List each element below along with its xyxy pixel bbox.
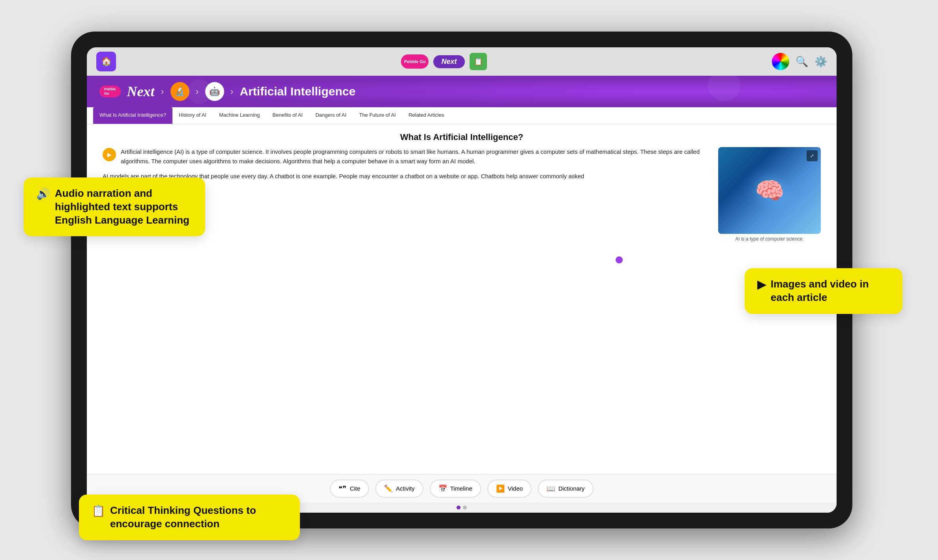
- cite-button[interactable]: ❝❞ Cite: [330, 480, 369, 498]
- tablet-icon-button[interactable]: 📋: [470, 53, 487, 70]
- timeline-button[interactable]: 📅 Timeline: [430, 480, 481, 498]
- article-title: What Is Artificial Intelligence?: [87, 124, 837, 147]
- callout-critical: 📋 Critical Thinking Questions to encoura…: [79, 495, 300, 540]
- play-row: ▶ Artificial intelligence (AI) is a type…: [103, 147, 706, 172]
- topic-icon[interactable]: 🤖: [205, 82, 224, 101]
- callout-audio: 🔊 Audio narration and highlighted text s…: [24, 177, 205, 236]
- pebblego-logo: Pebble Go: [99, 86, 121, 97]
- browser-bar: 🏠 Pebble Go Next 📋 🔍 ⚙️: [87, 47, 837, 76]
- settings-icon[interactable]: ⚙️: [814, 56, 827, 68]
- home-icon: 🏠: [101, 56, 112, 67]
- color-wheel-icon[interactable]: [772, 53, 789, 70]
- dictionary-button[interactable]: 📖 Dictionary: [538, 480, 594, 498]
- header-title: Artificial Intelligence: [240, 85, 356, 98]
- browser-right: 🔍 ⚙️: [772, 53, 827, 70]
- search-icon[interactable]: 🔍: [796, 56, 808, 68]
- dictionary-icon: 📖: [547, 484, 555, 493]
- next-badge: Next: [433, 55, 464, 68]
- tab-what-is-ai[interactable]: What Is Artificial Intelligence?: [93, 107, 172, 124]
- article-paragraph-1: Artificial intelligence (AI) is a type o…: [121, 147, 706, 166]
- activity-label: Activity: [396, 485, 415, 492]
- tablet-screen: 🏠 Pebble Go Next 📋 🔍 ⚙️: [87, 47, 837, 513]
- callout-images-text: Images and video in each article: [771, 278, 890, 304]
- expand-button[interactable]: ⤢: [807, 150, 818, 161]
- header-next: Next: [127, 83, 155, 100]
- dictionary-label: Dictionary: [558, 485, 585, 492]
- breadcrumb-sep-1: ›: [161, 86, 164, 97]
- science-icon[interactable]: 🔬: [170, 82, 189, 101]
- tab-history[interactable]: History of AI: [172, 107, 213, 124]
- critical-callout-icon: 📋: [92, 504, 105, 518]
- callout-audio-text: Audio narration and highlighted text sup…: [55, 187, 193, 227]
- image-caption: AI is a type of computer science.: [718, 236, 821, 242]
- cite-label: Cite: [350, 485, 360, 492]
- home-button[interactable]: 🏠: [96, 52, 116, 71]
- scene: 🏠 Pebble Go Next 📋 🔍 ⚙️: [0, 0, 938, 560]
- cite-icon: ❝❞: [339, 484, 346, 493]
- dot-2[interactable]: [463, 506, 467, 510]
- play-button[interactable]: ▶: [103, 148, 116, 161]
- timeline-label: Timeline: [450, 485, 472, 492]
- tablet-device: 🏠 Pebble Go Next 📋 🔍 ⚙️: [71, 32, 852, 528]
- activity-icon: ✏️: [384, 484, 393, 493]
- pebblego-small-logo: Pebble Go: [401, 54, 429, 69]
- tab-dangers[interactable]: Dangers of AI: [309, 107, 353, 124]
- tab-benefits[interactable]: Benefits of AI: [266, 107, 309, 124]
- timeline-icon: 📅: [438, 484, 447, 493]
- tabs-bar: What Is Artificial Intelligence? History…: [87, 107, 837, 124]
- breadcrumb-sep-2: ›: [196, 86, 199, 97]
- pebblego-logo-sub: Go: [104, 91, 116, 96]
- video-button[interactable]: ▶️ Video: [487, 480, 532, 498]
- tab-related[interactable]: Related Articles: [402, 107, 450, 124]
- images-callout-icon: ▶: [757, 278, 766, 292]
- pebblego-label: Pebble Go: [404, 59, 425, 64]
- app-header: Pebble Go Next › 🔬 › 🤖 › Artificial Inte…: [87, 76, 837, 107]
- video-label: Video: [508, 485, 523, 492]
- breadcrumb-sep-3: ›: [230, 86, 234, 97]
- activity-button[interactable]: ✏️ Activity: [375, 480, 423, 498]
- purple-accent-dot: [616, 256, 623, 263]
- tablet-icon: 📋: [474, 57, 483, 66]
- dot-1[interactable]: [457, 506, 461, 510]
- pebblego-logo-text: Pebble: [104, 87, 116, 91]
- tab-future[interactable]: The Future of AI: [353, 107, 402, 124]
- callout-critical-text: Critical Thinking Questions to encourage…: [110, 504, 287, 531]
- tab-machine-learning[interactable]: Machine Learning: [213, 107, 266, 124]
- next-label: Next: [441, 58, 457, 65]
- video-icon: ▶️: [496, 484, 505, 493]
- callout-images: ▶ Images and video in each article: [745, 268, 902, 314]
- audio-callout-icon: 🔊: [36, 187, 50, 201]
- browser-center: Pebble Go Next 📋: [122, 53, 766, 70]
- article-image[interactable]: ⤢: [718, 147, 821, 234]
